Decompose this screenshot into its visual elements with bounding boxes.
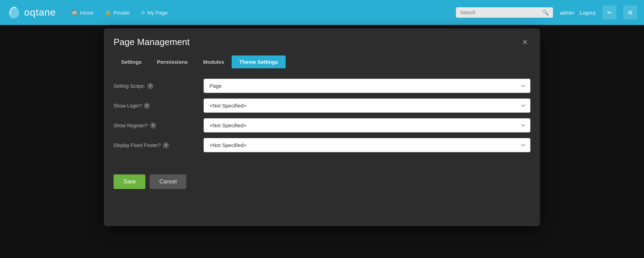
search-input[interactable] [460,10,539,15]
nav-logout[interactable]: Logout [580,10,596,16]
modal-overlay: Page Management × Settings Permissions M… [0,25,644,258]
tabs-container: Settings Permissions Modules Theme Setti… [104,48,540,68]
select-wrap-display-fixed-footer: <Not Specified> Yes No [204,138,530,152]
modal-footer: Save Cancel [104,167,540,199]
nav-gear-button[interactable]: ⚙ [623,6,637,19]
tab-modules[interactable]: Modules [195,55,232,68]
brand-logo-icon [7,4,21,21]
nav-private[interactable]: 🔒 Private [100,7,135,18]
nav-links: 🏠 Home 🔒 Private ⊙ My Page [66,7,449,18]
help-icon-setting-scope[interactable]: ? [147,83,153,89]
nav-home[interactable]: 🏠 Home [66,7,99,18]
label-show-login: Show Login? ? [114,103,204,109]
pencil-icon: ✏ [607,9,612,16]
select-show-register[interactable]: <Not Specified> Yes No [204,118,530,132]
tab-theme-settings[interactable]: Theme Settings [232,55,286,68]
brand-name: oqtane [24,7,56,18]
select-display-fixed-footer[interactable]: <Not Specified> Yes No [204,138,530,152]
navbar: oqtane 🏠 Home 🔒 Private ⊙ My Page 🔍 admi… [0,0,644,25]
nav-username: admin [560,10,574,16]
lock-icon: 🔒 [105,9,111,16]
form-row-show-register: Show Register? ? <Not Specified> Yes No [114,118,530,132]
form-row-setting-scope: Setting Scope: ? Page Site [114,79,530,93]
modal-close-button[interactable]: × [520,36,530,48]
form-row-show-login: Show Login? ? <Not Specified> Yes No [114,98,530,113]
page-management-modal: Page Management × Settings Permissions M… [104,28,540,226]
help-icon-show-login[interactable]: ? [144,103,150,109]
nav-user: admin Logout [560,10,596,16]
label-show-register: Show Register? ? [114,122,204,129]
search-icon: 🔍 [542,9,549,16]
save-button[interactable]: Save [114,174,145,189]
label-display-fixed-footer: Display Fixed Footer? ? [114,142,204,148]
label-setting-scope: Setting Scope: ? [114,83,204,89]
tab-settings[interactable]: Settings [114,55,149,68]
help-icon-display-fixed-footer[interactable]: ? [163,142,169,148]
gear-icon: ⚙ [628,9,633,16]
select-wrap-show-login: <Not Specified> Yes No [204,98,530,113]
brand: oqtane [7,4,56,21]
select-setting-scope[interactable]: Page Site [204,79,530,93]
help-icon-show-register[interactable]: ? [150,122,156,129]
modal-title: Page Management [114,37,190,48]
nav-mypage[interactable]: ⊙ My Page [136,7,172,18]
tab-permissions[interactable]: Permissions [149,55,195,68]
cancel-button[interactable]: Cancel [150,174,186,189]
nav-edit-button[interactable]: ✏ [602,6,616,19]
select-wrap-show-register: <Not Specified> Yes No [204,118,530,132]
form-row-display-fixed-footer: Display Fixed Footer? ? <Not Specified> … [114,138,530,152]
modal-header: Page Management × [104,28,540,48]
select-show-login[interactable]: <Not Specified> Yes No [204,98,530,113]
circle-icon: ⊙ [141,9,145,16]
select-wrap-setting-scope: Page Site [204,79,530,93]
modal-body: Setting Scope: ? Page Site Show Login? ? [104,68,540,167]
search-box: 🔍 [456,7,553,18]
home-icon: 🏠 [71,9,78,16]
